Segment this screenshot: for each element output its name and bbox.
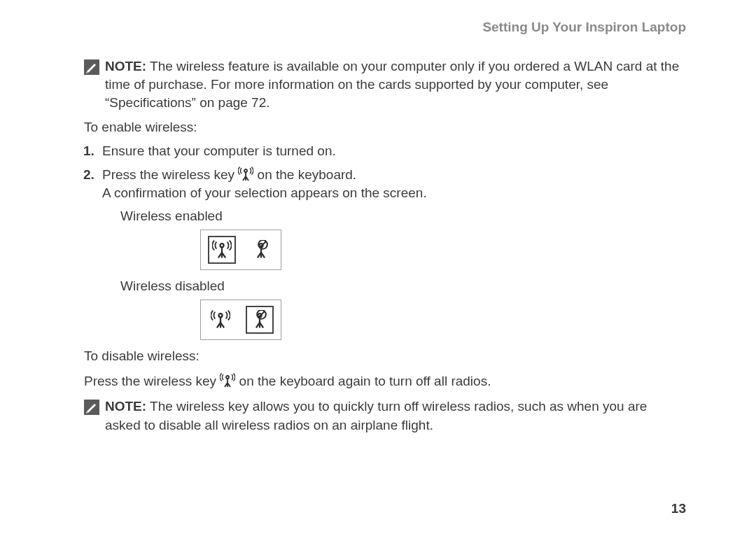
disable-text-b: on the keyboard again to turn off all ra… bbox=[235, 374, 491, 388]
note-text-2: NOTE: The wireless key allows you to qui… bbox=[105, 397, 686, 434]
wireless-key-icon bbox=[238, 167, 253, 182]
note-pencil-icon bbox=[84, 59, 99, 75]
page-number: 13 bbox=[671, 501, 686, 516]
step-2: Press the wireless key on the keyboard. … bbox=[98, 166, 686, 340]
note-body-1: The wireless feature is available on you… bbox=[105, 59, 679, 110]
wireless-key-icon bbox=[220, 373, 235, 388]
wireless-disabled-illustration bbox=[200, 299, 686, 340]
antenna-off-icon bbox=[251, 240, 271, 260]
page-content: NOTE: The wireless feature is available … bbox=[84, 0, 686, 435]
note-pencil-icon bbox=[84, 400, 99, 415]
status-box-enabled bbox=[200, 230, 281, 270]
enable-intro: To enable wireless: bbox=[84, 118, 686, 136]
section-header: Setting Up Your Inspiron Laptop bbox=[482, 20, 686, 35]
option-enabled-selected bbox=[208, 236, 236, 264]
enable-steps: Ensure that your computer is turned on. … bbox=[84, 142, 686, 340]
note-text-1: NOTE: The wireless feature is available … bbox=[105, 57, 686, 113]
option-disabled-selected bbox=[246, 306, 274, 334]
step-2-text-a: Press the wireless key bbox=[102, 167, 238, 182]
step-1-text: Ensure that your computer is turned on. bbox=[102, 143, 336, 158]
disable-intro: To disable wireless: bbox=[84, 347, 686, 365]
note-block-2: NOTE: The wireless key allows you to qui… bbox=[84, 397, 686, 434]
antenna-on-icon bbox=[212, 240, 232, 260]
option-enabled-other bbox=[248, 237, 274, 262]
option-disabled-other bbox=[208, 307, 233, 332]
wireless-enabled-illustration bbox=[200, 230, 686, 270]
status-box-disabled bbox=[200, 299, 281, 340]
document-page: Setting Up Your Inspiron Laptop NOTE: Th… bbox=[0, 0, 756, 536]
antenna-off-icon bbox=[250, 310, 270, 330]
step-2-confirm: A confirmation of your selection appears… bbox=[102, 184, 686, 202]
note-label-1: NOTE: bbox=[105, 59, 146, 73]
note-label-2: NOTE: bbox=[105, 399, 146, 414]
wireless-enabled-label: Wireless enabled bbox=[120, 207, 686, 225]
disable-text-a: Press the wireless key bbox=[84, 374, 220, 388]
wireless-disabled-label: Wireless disabled bbox=[120, 277, 686, 295]
step-1: Ensure that your computer is turned on. bbox=[98, 142, 686, 160]
step-2-text-b: on the keyboard. bbox=[253, 167, 356, 182]
disable-instruction: Press the wireless key on the keyboard a… bbox=[84, 372, 686, 390]
antenna-on-icon bbox=[211, 310, 230, 330]
note-block-1: NOTE: The wireless feature is available … bbox=[84, 57, 686, 113]
note-body-2: The wireless key allows you to quickly t… bbox=[105, 399, 647, 432]
